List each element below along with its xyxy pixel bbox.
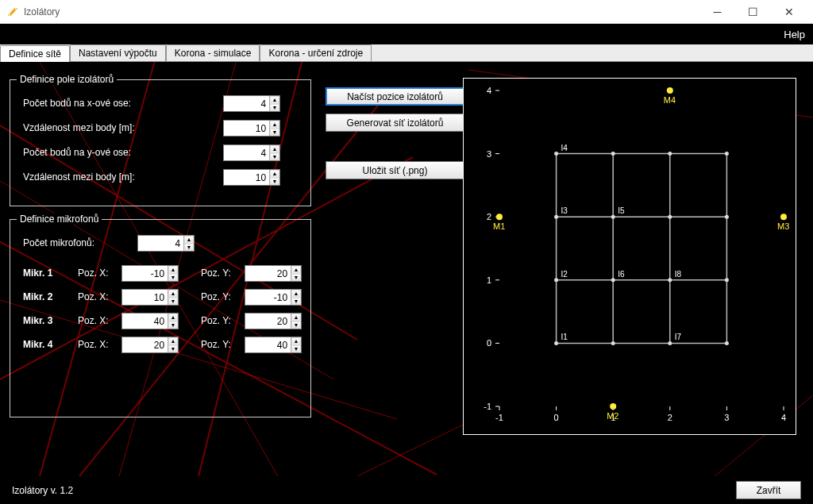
close-window-button[interactable]: ✕: [771, 0, 807, 24]
svg-point-49: [554, 215, 558, 219]
svg-point-58: [668, 152, 672, 156]
svg-text:3: 3: [487, 149, 491, 159]
svg-text:0: 0: [554, 413, 559, 422]
svg-text:M4: M4: [664, 95, 676, 105]
svg-text:-1: -1: [484, 402, 491, 411]
svg-point-57: [668, 215, 672, 219]
save-png-button[interactable]: Uložit síť (.png): [326, 161, 464, 179]
generate-grid-button[interactable]: Generovat síť izolátorů: [326, 113, 464, 132]
label-mic2-posx: Poz. X:: [78, 291, 109, 302]
svg-point-60: [725, 278, 729, 282]
svg-text:1: 1: [487, 275, 491, 285]
main-area: Definice pole izolátorů Počet bodů na x-…: [0, 62, 813, 476]
svg-text:I8: I8: [675, 270, 682, 279]
svg-text:-1: -1: [495, 413, 503, 422]
svg-text:M1: M1: [493, 221, 505, 231]
svg-text:I4: I4: [561, 144, 568, 152]
label-mic1-posy: Poz. Y:: [201, 267, 231, 279]
svg-text:M3: M3: [777, 221, 789, 231]
tab-corona-simulation[interactable]: Korona - simulace: [166, 44, 260, 61]
tab-calculation-settings[interactable]: Nastavení výpočtu: [70, 44, 166, 61]
group-microphones-legend: Definice mikrofonů: [17, 214, 102, 225]
svg-text:I7: I7: [675, 333, 682, 341]
label-x-points: Počet bodů na x-ové ose:: [23, 98, 131, 109]
svg-point-61: [725, 215, 729, 219]
svg-text:I1: I1: [561, 333, 568, 341]
title-bar: Izolátory ─ ☐ ✕: [0, 0, 813, 24]
input-mic1-x[interactable]: ▲▼: [121, 265, 179, 282]
input-mic3-x[interactable]: ▲▼: [121, 313, 179, 329]
svg-point-54: [611, 152, 615, 156]
label-y-distance: Vzdálenost mezi body [m]:: [23, 171, 135, 183]
label-mic3-posx: Poz. X:: [78, 315, 109, 326]
footer: Izolátory v. 1.2 Zavřít: [0, 476, 813, 504]
group-isolators: Definice pole izolátorů Počet bodů na x-…: [10, 79, 311, 206]
label-mic-count: Počet mikrofonů:: [23, 237, 94, 248]
label-x-distance: Vzdálenost mezi body [m]:: [23, 122, 135, 133]
label-y-points: Počet bodů na y-ové ose:: [23, 147, 131, 158]
window-title: Izolátory: [24, 6, 699, 17]
svg-point-71: [496, 214, 503, 220]
load-isolators-button[interactable]: Načíst pozice izolátorů: [326, 87, 464, 106]
input-mic4-y[interactable]: ▲▼: [245, 337, 302, 353]
help-menu[interactable]: Help: [784, 29, 805, 40]
label-mic1-posx: Poz. X:: [78, 267, 109, 279]
svg-point-62: [725, 152, 729, 156]
close-button[interactable]: Zavřít: [736, 481, 801, 499]
svg-text:I3: I3: [561, 206, 568, 215]
svg-text:2: 2: [668, 413, 672, 422]
tab-bar: Definice sítě Nastavení výpočtu Korona -…: [0, 44, 813, 62]
version-label: Izolátory v. 1.2: [12, 485, 736, 496]
label-mic-1: Mikr. 1: [23, 267, 52, 279]
svg-point-47: [554, 341, 558, 345]
svg-point-51: [611, 341, 615, 345]
svg-point-55: [668, 341, 672, 345]
svg-text:2: 2: [487, 212, 491, 221]
label-mic3-posy: Poz. Y:: [201, 315, 231, 326]
input-y-points[interactable]: ▲▼: [223, 144, 280, 161]
maximize-button[interactable]: ☐: [735, 0, 771, 24]
svg-text:0: 0: [487, 338, 491, 348]
input-mic4-x[interactable]: ▲▼: [121, 337, 179, 353]
input-mic3-y[interactable]: ▲▼: [245, 313, 302, 329]
svg-text:I6: I6: [618, 270, 625, 279]
input-x-points[interactable]: ▲▼: [223, 95, 280, 112]
label-mic4-posy: Poz. Y:: [201, 339, 231, 350]
label-mic-4: Mikr. 4: [23, 339, 52, 350]
svg-point-56: [668, 278, 672, 282]
label-mic-3: Mikr. 3: [23, 315, 52, 326]
minimize-button[interactable]: ─: [699, 0, 735, 24]
svg-point-73: [610, 403, 616, 410]
label-mic2-posy: Poz. Y:: [201, 291, 231, 302]
svg-text:I2: I2: [561, 270, 568, 279]
svg-text:4: 4: [487, 86, 491, 95]
group-isolators-legend: Definice pole izolátorů: [17, 74, 117, 85]
app-icon: [6, 6, 19, 18]
svg-text:M2: M2: [607, 411, 618, 421]
svg-point-48: [554, 278, 558, 282]
svg-point-75: [780, 214, 787, 220]
input-y-distance[interactable]: ▲▼: [223, 169, 280, 186]
tab-network-definition[interactable]: Definice sítě: [0, 45, 70, 62]
label-mic4-posx: Poz. X:: [78, 339, 109, 350]
svg-point-50: [554, 152, 558, 156]
svg-text:4: 4: [781, 413, 786, 422]
svg-point-77: [667, 87, 673, 94]
input-x-distance[interactable]: ▲▼: [223, 120, 280, 137]
input-mic1-y[interactable]: ▲▼: [245, 265, 302, 282]
input-mic2-y[interactable]: ▲▼: [245, 289, 302, 306]
input-mic2-x[interactable]: ▲▼: [121, 289, 179, 306]
svg-marker-0: [8, 8, 17, 16]
svg-point-52: [611, 278, 615, 282]
label-mic-2: Mikr. 2: [23, 291, 52, 302]
svg-text:3: 3: [724, 413, 729, 422]
input-mic-count[interactable]: ▲▼: [137, 235, 195, 252]
menu-bar: Help: [0, 24, 813, 44]
group-microphones: Definice mikrofonů Počet mikrofonů: ▲▼ M…: [10, 219, 311, 417]
tab-corona-source[interactable]: Korona - určení zdroje: [260, 44, 372, 61]
svg-text:I5: I5: [618, 206, 625, 215]
svg-point-53: [611, 215, 615, 219]
network-plot: -101234-101234I1I2I3I4I5I6I7I8M1M2M3M4: [463, 78, 796, 435]
svg-point-59: [725, 341, 729, 345]
